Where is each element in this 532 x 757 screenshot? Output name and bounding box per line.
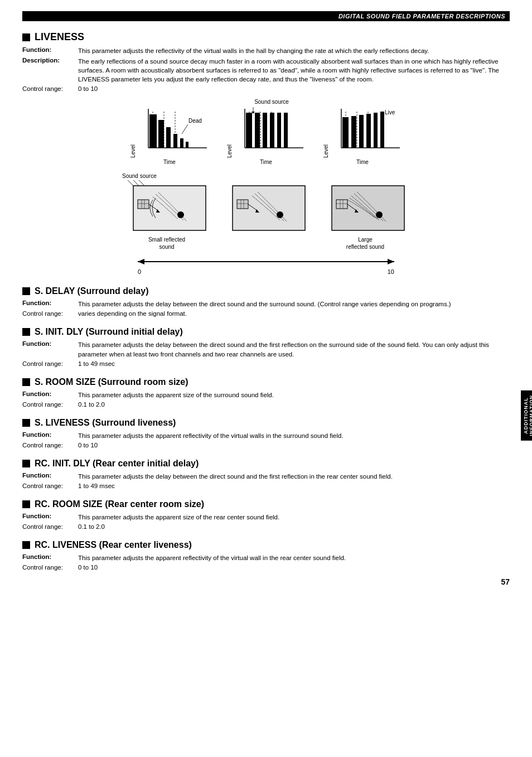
s-liveness-heading: S. LIVENESS (Surround liveness) xyxy=(22,418,510,428)
room1-source-label: Sound source xyxy=(122,173,157,179)
page-number: 57 xyxy=(501,577,510,586)
scale-numbers: 0 10 xyxy=(127,268,405,275)
room3-container: placeholder Largeref xyxy=(321,173,410,250)
bullet-icon-3 xyxy=(22,328,30,336)
bullet-icon-6 xyxy=(22,460,30,467)
rc-liveness-function-row: Function: This parameter adjusts the app… xyxy=(22,553,510,562)
rc-liveness-control-value: 0 to 10 xyxy=(78,564,98,571)
s-init-dly-function-row: Function: This parameter adjusts the del… xyxy=(22,340,510,358)
chart3-svg-element: Live xyxy=(330,106,403,156)
s-liveness-control-label: Control range: xyxy=(22,442,78,449)
s-room-size-heading: S. ROOM SIZE (Surround room size) xyxy=(22,377,510,387)
chart2-x-label: Time xyxy=(260,159,272,165)
rc-init-dly-title: RC. INIT. DLY (Rear center initial delay… xyxy=(35,459,199,469)
room3-label: Largereflected sound xyxy=(321,236,410,250)
chart-source: Sound source Level xyxy=(226,99,306,165)
chart3-y-label: Level xyxy=(323,144,329,158)
svg-marker-5 xyxy=(149,114,157,148)
chart2-y-label: Level xyxy=(226,144,233,158)
svg-marker-21 xyxy=(255,113,260,148)
rc-init-dly-control-label: Control range: xyxy=(22,483,78,489)
svg-rect-59 xyxy=(336,200,347,209)
rc-init-dly-control-value: 1 to 49 msec xyxy=(78,483,115,489)
s-liveness-function-value: This parameter adjusts the apparent refl… xyxy=(78,431,510,440)
svg-marker-31 xyxy=(342,117,349,148)
bullet-icon xyxy=(22,33,30,41)
s-init-dly-control-value: 1 to 49 msec xyxy=(78,360,115,367)
scale-end: 10 xyxy=(388,268,394,275)
rc-liveness-title: RC. LIVENESS (Rear center liveness) xyxy=(35,540,192,550)
svg-marker-9 xyxy=(180,138,183,148)
s-liveness-function-label: Function: xyxy=(22,431,78,440)
scale-start: 0 xyxy=(138,268,141,275)
chart1-x-label: Time xyxy=(163,159,176,165)
s-init-dly-control-row: Control range: 1 to 49 msec xyxy=(22,360,510,367)
svg-text:Dead: Dead xyxy=(188,118,202,124)
s-liveness-defs: Function: This parameter adjusts the app… xyxy=(22,431,510,449)
header-title: DIGITAL SOUND FIELD PARAMETER DESCRIPTIO… xyxy=(338,13,505,20)
liveness-diagram: Level xyxy=(22,99,510,275)
s-room-size-control-label: Control range: xyxy=(22,401,78,408)
liveness-title: LIVENESS xyxy=(35,31,84,43)
function-row: Function: This parameter adjusts the ref… xyxy=(22,46,510,55)
rc-room-size-control-row: Control range: 0.1 to 2.0 xyxy=(22,523,510,530)
s-room-size-defs: Function: This parameter adjusts the app… xyxy=(22,390,510,408)
description-value: The early reflections of a sound source … xyxy=(78,57,510,84)
chart1-label-top xyxy=(169,99,171,105)
svg-marker-6 xyxy=(158,120,164,148)
chart2-wrapper: Level xyxy=(226,106,306,158)
rc-init-dly-heading: RC. INIT. DLY (Rear center initial delay… xyxy=(22,459,510,469)
s-delay-function-row: Function: This parameter adjusts the del… xyxy=(22,300,510,308)
svg-marker-7 xyxy=(166,127,171,148)
s-delay-control-value: varies depending on the signal format. xyxy=(78,310,187,317)
bullet-icon-2 xyxy=(22,287,30,295)
svg-marker-10 xyxy=(186,142,188,148)
s-liveness-control-row: Control range: 0 to 10 xyxy=(22,442,510,449)
s-room-size-title: S. ROOM SIZE (Surround room size) xyxy=(35,377,188,387)
chart1-y-label: Level xyxy=(130,144,136,158)
rc-room-size-control-value: 0.1 to 2.0 xyxy=(78,523,105,530)
description-label: Description: xyxy=(22,57,78,84)
rc-room-size-function-row: Function: This parameter adjusts the app… xyxy=(22,513,510,522)
rc-room-size-control-label: Control range: xyxy=(22,523,78,530)
svg-point-65 xyxy=(376,211,383,218)
s-init-dly-heading: S. INIT. DLY (Surround initial delay) xyxy=(22,327,510,337)
control-row: Control range: 0 to 10 xyxy=(22,85,510,92)
rc-room-size-defs: Function: This parameter adjusts the app… xyxy=(22,513,510,530)
s-init-dly-function-label: Function: xyxy=(22,340,78,358)
svg-marker-68 xyxy=(388,259,394,264)
svg-marker-67 xyxy=(138,259,144,264)
rc-init-dly-function-label: Function: xyxy=(22,472,78,481)
rc-liveness-control-row: Control range: 0 to 10 xyxy=(22,564,510,571)
control-label: Control range: xyxy=(22,85,78,92)
s-room-size-control-row: Control range: 0.1 to 2.0 xyxy=(22,401,510,408)
room2-svg xyxy=(221,180,311,236)
s-init-dly-title: S. INIT. DLY (Surround initial delay) xyxy=(35,327,183,337)
s-delay-function-value: This parameter adjusts the delay between… xyxy=(78,300,510,308)
svg-marker-34 xyxy=(366,114,371,148)
chart3-x-label: Time xyxy=(356,159,369,165)
chart3-wrapper: Level xyxy=(323,106,403,158)
svg-marker-20 xyxy=(246,113,252,148)
s-room-size-function-value: This parameter adjusts the apparent size… xyxy=(78,390,510,399)
svg-line-42 xyxy=(139,180,144,186)
s-delay-control-row: Control range: varies depending on the s… xyxy=(22,310,510,317)
s-liveness-control-value: 0 to 10 xyxy=(78,442,98,449)
side-tab-text: ADDITIONALINFORMATION xyxy=(523,395,532,436)
control-value: 0 to 10 xyxy=(78,85,98,92)
rc-room-size-title: RC. ROOM SIZE (Rear center room size) xyxy=(35,499,204,509)
header-bar: DIGITAL SOUND FIELD PARAMETER DESCRIPTIO… xyxy=(22,11,510,21)
chart-dead: Level xyxy=(130,99,210,165)
rc-liveness-heading: RC. LIVENESS (Rear center liveness) xyxy=(22,540,510,550)
rc-liveness-function-label: Function: xyxy=(22,553,78,562)
svg-marker-24 xyxy=(277,113,281,148)
svg-line-40 xyxy=(128,180,133,186)
room2-label xyxy=(221,236,311,242)
s-room-size-control-value: 0.1 to 2.0 xyxy=(78,401,105,408)
svg-rect-43 xyxy=(138,200,149,209)
svg-marker-33 xyxy=(359,115,364,148)
page-wrapper: DIGITAL SOUND FIELD PARAMETER DESCRIPTIO… xyxy=(0,0,532,595)
svg-point-49 xyxy=(177,211,184,218)
s-delay-function-label: Function: xyxy=(22,300,78,308)
liveness-definitions: Function: This parameter adjusts the ref… xyxy=(22,46,510,92)
